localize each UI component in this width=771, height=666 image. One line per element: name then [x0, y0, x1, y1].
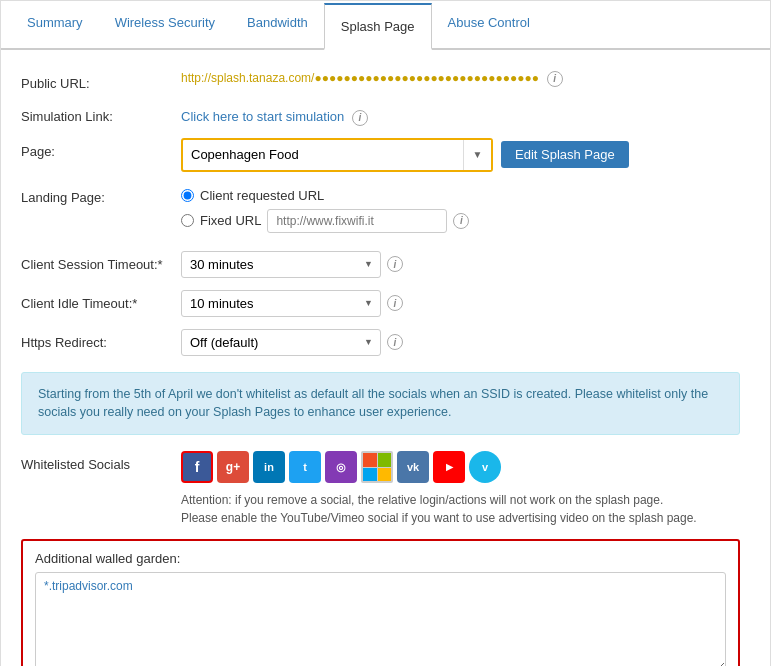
- page-select-wrap: Copenhagen Food ▼: [181, 138, 493, 172]
- idle-timeout-label: Client Idle Timeout:*: [21, 290, 181, 311]
- public-url-text: http://splash.tanaza.com/●●●●●●●●●●●●●●●…: [181, 71, 539, 85]
- tab-bandwidth[interactable]: Bandwidth: [231, 1, 324, 50]
- https-select-container: Off (default): [181, 329, 381, 356]
- page-select-arrow: ▼: [463, 140, 491, 170]
- twitter-icon[interactable]: t: [289, 451, 321, 483]
- whitelisted-socials-label: Whitelisted Socials: [21, 451, 181, 472]
- vimeo-icon[interactable]: v: [469, 451, 501, 483]
- https-redirect-label: Https Redirect:: [21, 329, 181, 350]
- session-select-container: 30 minutes: [181, 251, 381, 278]
- radio-client-label: Client requested URL: [200, 188, 324, 203]
- page-select[interactable]: Copenhagen Food: [183, 142, 463, 167]
- vk-icon[interactable]: vk: [397, 451, 429, 483]
- radio-fixed-row: Fixed URL i: [181, 209, 740, 233]
- microsoft-icon[interactable]: [361, 451, 393, 483]
- session-timeout-select[interactable]: 30 minutes: [181, 251, 381, 278]
- radio-client[interactable]: [181, 189, 194, 202]
- socials-icons: f g+ in t ◎: [181, 451, 740, 483]
- https-redirect-help-icon[interactable]: i: [387, 334, 403, 350]
- https-redirect-value: Off (default) i: [181, 329, 740, 356]
- tab-wireless-security[interactable]: Wireless Security: [99, 1, 231, 50]
- public-url-help-icon[interactable]: i: [547, 71, 563, 87]
- simulation-help-icon[interactable]: i: [352, 110, 368, 126]
- session-timeout-label: Client Session Timeout:*: [21, 251, 181, 272]
- socials-note: Attention: if you remove a social, the r…: [181, 491, 740, 527]
- https-redirect-row: Https Redirect: Off (default) i: [21, 329, 740, 356]
- tab-splash-page[interactable]: Splash Page: [324, 3, 432, 50]
- idle-timeout-select[interactable]: 10 minutes: [181, 290, 381, 317]
- session-timeout-value: 30 minutes i: [181, 251, 740, 278]
- simulation-link-value: Click here to start simulation i: [181, 103, 740, 126]
- session-timeout-row: Client Session Timeout:* 30 minutes i: [21, 251, 740, 278]
- idle-timeout-help-icon[interactable]: i: [387, 295, 403, 311]
- walled-garden-box: Additional walled garden:: [21, 539, 740, 666]
- simulation-link[interactable]: Click here to start simulation: [181, 103, 344, 124]
- idle-timeout-row: Client Idle Timeout:* 10 minutes i: [21, 290, 740, 317]
- public-url-row: Public URL: http://splash.tanaza.com/●●●…: [21, 70, 740, 91]
- tab-content: Public URL: http://splash.tanaza.com/●●●…: [1, 50, 770, 666]
- linkedin-icon[interactable]: in: [253, 451, 285, 483]
- landing-page-label: Landing Page:: [21, 184, 181, 205]
- facebook-icon[interactable]: f: [181, 451, 213, 483]
- tab-summary[interactable]: Summary: [11, 1, 99, 50]
- main-container: Summary Wireless Security Bandwidth Spla…: [0, 0, 771, 666]
- youtube-icon[interactable]: ▶: [433, 451, 465, 483]
- public-url-label: Public URL:: [21, 70, 181, 91]
- radio-fixed-label: Fixed URL: [200, 213, 261, 228]
- session-timeout-help-icon[interactable]: i: [387, 256, 403, 272]
- tab-abuse-control[interactable]: Abuse Control: [432, 1, 546, 50]
- fixed-url-help-icon[interactable]: i: [453, 213, 469, 229]
- page-label: Page:: [21, 138, 181, 159]
- landing-page-options: Client requested URL Fixed URL i: [181, 184, 740, 239]
- radio-fixed[interactable]: [181, 214, 194, 227]
- walled-garden-label: Additional walled garden:: [35, 551, 726, 566]
- landing-page-row: Landing Page: Client requested URL Fixed…: [21, 184, 740, 239]
- socials-note-line2: Please enable the YouTube/Vimeo social i…: [181, 511, 697, 525]
- socials-content: f g+ in t ◎: [181, 451, 740, 527]
- simulation-link-label: Simulation Link:: [21, 103, 181, 124]
- fixed-url-input[interactable]: [267, 209, 447, 233]
- idle-timeout-value: 10 minutes i: [181, 290, 740, 317]
- page-row: Page: Copenhagen Food ▼ Edit Splash Page: [21, 138, 740, 172]
- idle-select-container: 10 minutes: [181, 290, 381, 317]
- info-box: Starting from the 5th of April we don't …: [21, 372, 740, 436]
- https-redirect-select[interactable]: Off (default): [181, 329, 381, 356]
- whitelisted-socials-row: Whitelisted Socials f g+ in: [21, 451, 740, 527]
- tab-bar: Summary Wireless Security Bandwidth Spla…: [1, 1, 770, 50]
- socials-note-line1: Attention: if you remove a social, the r…: [181, 493, 663, 507]
- walled-garden-textarea[interactable]: [35, 572, 726, 666]
- instagram-icon[interactable]: ◎: [325, 451, 357, 483]
- public-url-value: http://splash.tanaza.com/●●●●●●●●●●●●●●●…: [181, 70, 740, 87]
- simulation-link-row: Simulation Link: Click here to start sim…: [21, 103, 740, 126]
- page-value: Copenhagen Food ▼ Edit Splash Page: [181, 138, 740, 172]
- edit-splash-page-button[interactable]: Edit Splash Page: [501, 141, 629, 168]
- radio-client-row: Client requested URL: [181, 188, 740, 203]
- google-plus-icon[interactable]: g+: [217, 451, 249, 483]
